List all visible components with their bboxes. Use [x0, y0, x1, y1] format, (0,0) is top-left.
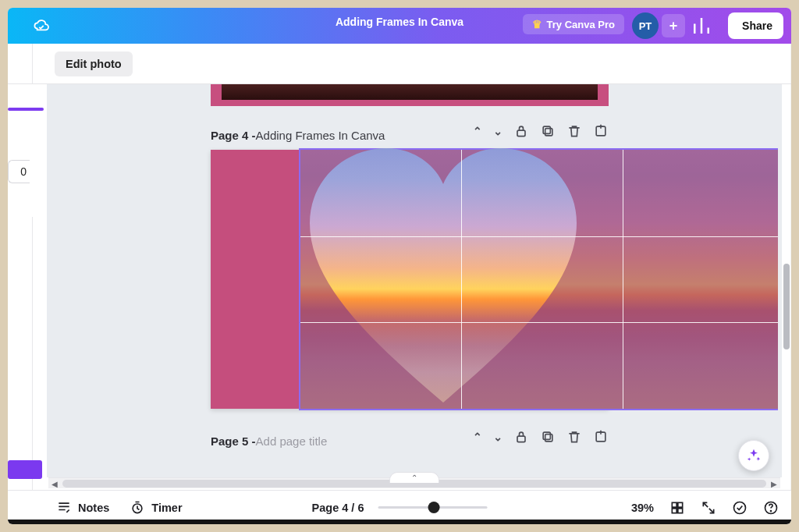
page-grid-tab[interactable]: ⌃ [389, 472, 439, 483]
page-5-label-prefix: Page 5 - [211, 434, 256, 448]
svg-rect-4 [517, 436, 525, 442]
selected-image[interactable] [300, 150, 778, 409]
duplicate-icon[interactable] [540, 429, 556, 445]
app-window: Adding Frames In Canva ♛ Try Canva Pro P… [8, 8, 791, 524]
page-3-peek[interactable] [211, 84, 609, 106]
avatar[interactable]: PT [632, 12, 659, 39]
help-icon[interactable] [763, 500, 779, 516]
crown-icon: ♛ [532, 18, 542, 30]
context-toolbar: Edit photo [8, 44, 791, 84]
window-bottom-strip [8, 520, 791, 524]
top-header: Adding Frames In Canva ♛ Try Canva Pro P… [8, 8, 791, 44]
horizontal-scrollbar[interactable]: ◀ ⌃ ▶ [48, 477, 780, 488]
svg-rect-9 [672, 502, 676, 507]
vertical-scrollbar[interactable] [782, 84, 790, 477]
page-4-header: Page 4 - Adding Frames In Canva ⌃ ⌃ [211, 123, 609, 147]
svg-rect-1 [545, 129, 552, 136]
grid-view-icon[interactable] [669, 500, 685, 516]
cloud-sync-icon[interactable] [30, 16, 53, 35]
scroll-left-icon[interactable]: ◀ [48, 478, 61, 489]
edit-photo-button[interactable]: Edit photo [55, 51, 133, 76]
svg-point-13 [734, 502, 746, 513]
fullscreen-icon[interactable] [701, 500, 716, 516]
check-circle-icon[interactable] [732, 500, 748, 516]
share-button[interactable]: Share [728, 12, 783, 39]
notes-button[interactable]: Notes [56, 500, 109, 516]
page-5-header: Page 5 - Add page title ⌃ ⌃ [211, 429, 609, 452]
svg-rect-11 [672, 508, 676, 512]
scroll-right-icon[interactable]: ▶ [768, 478, 780, 489]
heart-frame[interactable] [310, 148, 577, 409]
trash-icon[interactable] [566, 429, 582, 445]
page-indicator[interactable]: Page 4 / 6 [312, 502, 364, 514]
page-up-icon[interactable]: ⌃ [473, 125, 482, 137]
slider-knob[interactable] [428, 502, 439, 513]
page-down-icon[interactable]: ⌃ [493, 125, 502, 137]
try-pro-button[interactable]: ♛ Try Canva Pro [523, 14, 624, 34]
svg-rect-5 [545, 434, 552, 442]
page-down-icon[interactable]: ⌃ [493, 431, 502, 443]
try-pro-label: Try Canva Pro [547, 19, 615, 30]
analytics-icon[interactable] [690, 14, 713, 37]
timer-button[interactable]: Timer [130, 500, 182, 516]
pages-scroll[interactable]: Page 4 - Adding Frames In Canva ⌃ ⌃ [51, 84, 778, 462]
invite-button[interactable]: + [662, 14, 685, 37]
svg-rect-0 [517, 130, 525, 137]
numeric-field[interactable]: 0 [8, 160, 30, 183]
notes-label: Notes [78, 502, 109, 514]
lock-icon[interactable] [513, 123, 529, 139]
zoom-slider[interactable] [378, 506, 487, 509]
page-5-tools: ⌃ ⌃ [473, 429, 609, 445]
page-4-title[interactable]: Adding Frames In Canva [256, 129, 385, 142]
side-panel-fragment [8, 84, 47, 217]
duplicate-icon[interactable] [540, 123, 556, 139]
svg-point-15 [771, 510, 772, 511]
magic-assist-button[interactable] [738, 440, 769, 471]
add-page-icon[interactable] [593, 123, 609, 139]
page-4-tools: ⌃ ⌃ [473, 123, 609, 139]
page-4[interactable] [211, 150, 609, 409]
svg-rect-12 [678, 508, 683, 512]
color-swatch[interactable] [8, 460, 42, 479]
page-up-icon[interactable]: ⌃ [473, 431, 482, 443]
svg-rect-10 [678, 502, 683, 507]
trash-icon[interactable] [566, 123, 582, 139]
lock-icon[interactable] [513, 429, 529, 445]
scrollbar-thumb[interactable] [783, 264, 790, 349]
page-5-title-hint[interactable]: Add page title [256, 434, 328, 448]
svg-rect-2 [543, 126, 550, 133]
document-title[interactable]: Adding Frames In Canva [336, 16, 463, 28]
zoom-label[interactable]: 39% [631, 502, 654, 514]
page-4-label-prefix: Page 4 - [211, 129, 256, 142]
share-label: Share [742, 20, 772, 32]
svg-rect-6 [543, 432, 550, 439]
canvas-area[interactable]: Page 4 - Adding Frames In Canva ⌃ ⌃ [47, 84, 782, 477]
add-page-icon[interactable] [593, 429, 609, 445]
timer-label: Timer [151, 502, 182, 514]
